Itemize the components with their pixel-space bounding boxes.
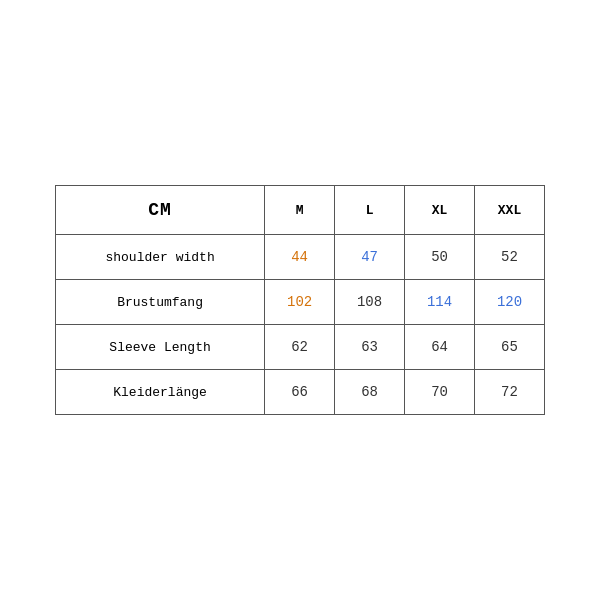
row-label-2: Sleeve Length — [56, 325, 265, 370]
row-label-1: Brustumfang — [56, 280, 265, 325]
cell-1-3: 120 — [475, 280, 545, 325]
cell-3-2: 70 — [405, 370, 475, 415]
cell-3-3: 72 — [475, 370, 545, 415]
cell-2-0: 62 — [265, 325, 335, 370]
size-chart-container: CM M L XL XXL shoulder width44475052Brus… — [55, 185, 545, 415]
size-chart-table: CM M L XL XXL shoulder width44475052Brus… — [55, 185, 545, 415]
cell-1-0: 102 — [265, 280, 335, 325]
cell-2-1: 63 — [335, 325, 405, 370]
size-xl-header: XL — [405, 186, 475, 235]
size-xxl-header: XXL — [475, 186, 545, 235]
row-label-0: shoulder width — [56, 235, 265, 280]
table-row: shoulder width44475052 — [56, 235, 545, 280]
cell-3-1: 68 — [335, 370, 405, 415]
table-row: Kleiderlänge66687072 — [56, 370, 545, 415]
cell-3-0: 66 — [265, 370, 335, 415]
table-row: Sleeve Length62636465 — [56, 325, 545, 370]
cell-0-2: 50 — [405, 235, 475, 280]
cell-1-2: 114 — [405, 280, 475, 325]
table-header-row: CM M L XL XXL — [56, 186, 545, 235]
cell-0-3: 52 — [475, 235, 545, 280]
unit-header: CM — [56, 186, 265, 235]
row-label-3: Kleiderlänge — [56, 370, 265, 415]
cell-2-3: 65 — [475, 325, 545, 370]
table-row: Brustumfang102108114120 — [56, 280, 545, 325]
size-l-header: L — [335, 186, 405, 235]
cell-2-2: 64 — [405, 325, 475, 370]
cell-0-0: 44 — [265, 235, 335, 280]
cell-0-1: 47 — [335, 235, 405, 280]
size-m-header: M — [265, 186, 335, 235]
cell-1-1: 108 — [335, 280, 405, 325]
